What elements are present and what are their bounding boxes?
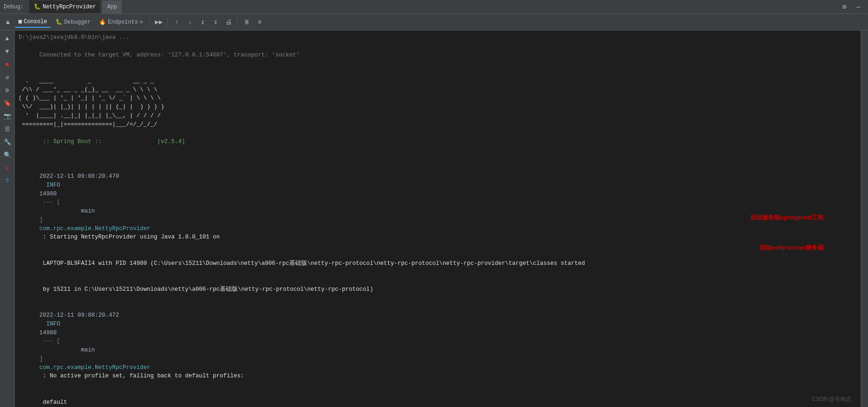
annotation-nettyserver: 启动netty-server服务端	[759, 244, 824, 252]
tab-label-nettyrpcprovider: NettyRpcProvider	[43, 4, 96, 10]
log-line-1-cont2: by 15211 in C:\Users\15211\Downloads\net…	[19, 276, 857, 302]
tab-endpoints[interactable]: 🔥 Endpoints »	[95, 17, 147, 27]
settings-icon[interactable]: ⚙	[838, 1, 850, 13]
left-sidebar: ▲ ▼ ■ ↺ ⚙ 🔖 📷 ☰ 🔧 🔍 ✕ ?	[0, 31, 15, 407]
ascii-3: ( ( )\___ | '_ | '_| | '_ \/ _` | \ \ \ …	[19, 94, 857, 103]
log-line-1: 2022-12-11 09:08:20.470 INFO 14980 --- […	[19, 163, 857, 250]
endpoints-icon: 🔥	[99, 19, 106, 25]
btn-scroll-bottom[interactable]: ↧	[210, 16, 222, 28]
bug-icon: 🐛	[34, 3, 41, 10]
tab-debugger[interactable]: 🐛 Debugger	[52, 17, 95, 27]
sidebar-reload[interactable]: ↺	[1, 71, 13, 83]
toolbar-up-btn[interactable]: ▲	[2, 16, 14, 28]
sidebar-gear[interactable]: ⚙	[1, 84, 13, 96]
btn-rerun[interactable]: ▶▶	[153, 16, 165, 28]
line-java-cmd: D:\java2\javajdk8.0\bin\java ...	[19, 33, 857, 42]
line-blank2	[19, 155, 857, 164]
tab-app[interactable]: App	[102, 0, 122, 13]
title-bar: Debug: 🐛 NettyRpcProvider App ⚙ —	[0, 0, 868, 14]
sidebar-wrench[interactable]: 🔧	[1, 136, 13, 148]
tab-label-app: App	[107, 4, 117, 10]
ascii-7: :: Spring Boot :: (v2.5.4)	[19, 129, 857, 155]
btn-print[interactable]: 🖨	[223, 16, 235, 28]
sep2	[167, 18, 168, 27]
annotation-springboot: 启动服务端springboot工程	[750, 213, 824, 222]
sidebar-stop[interactable]: ■	[1, 58, 13, 70]
console-label: Console	[24, 19, 47, 25]
btn-wrap[interactable]: ≣	[241, 16, 253, 28]
debugger-icon: 🐛	[56, 19, 62, 25]
line-blank1	[19, 68, 857, 77]
sidebar-up[interactable]: ▲	[1, 32, 13, 44]
console-area[interactable]: D:\java2\javajdk8.0\bin\java ... Connect…	[15, 31, 861, 407]
btn-clear[interactable]: ≡	[254, 16, 266, 28]
sep1	[149, 18, 150, 27]
endpoints-label: Endpoints	[108, 19, 138, 25]
sidebar-search[interactable]: 🔍	[1, 149, 13, 161]
debugger-label: Debugger	[64, 19, 91, 25]
tab-console[interactable]: ▦ Console	[15, 16, 51, 28]
btn-scroll-top[interactable]: ↥	[197, 16, 209, 28]
btn-scroll-down[interactable]: ↓	[184, 16, 196, 28]
title-right: ⚙ —	[838, 1, 864, 13]
endpoints-arrow: »	[140, 19, 143, 25]
log-line-2-cont: default	[19, 389, 857, 407]
log-line-2: 2022-12-11 09:08:20.472 INFO 14980 --- […	[19, 302, 857, 389]
tab-nettyrpcprovider[interactable]: 🐛 NettyRpcProvider	[29, 0, 100, 13]
ascii-4: \\/ ___)| |_)| | | | | || (_| | ) ) ) )	[19, 103, 857, 112]
right-sidebar	[861, 31, 868, 407]
sidebar-camera[interactable]: 📷	[1, 110, 13, 122]
ascii-1: . ____ _ __ _ _	[19, 77, 857, 86]
sidebar-bookmark[interactable]: 🔖	[1, 97, 13, 109]
console-icon: ▦	[19, 18, 22, 25]
ascii-5: ' |____| .__|_| |_|_| |_\__, | / / / /	[19, 112, 857, 120]
minimize-icon[interactable]: —	[852, 1, 864, 13]
btn-scroll-up[interactable]: ↑	[171, 16, 183, 28]
sidebar-list[interactable]: ☰	[1, 123, 13, 135]
ascii-2: /\\ / ___'_ __ _ _(_)_ __ __ _ \ \ \ \	[19, 86, 857, 94]
line-connected: Connected to the target VM, address: '12…	[19, 42, 857, 68]
main-layout: ▲ ▼ ■ ↺ ⚙ 🔖 📷 ☰ 🔧 🔍 ✕ ? D:\java2\javajdk…	[0, 31, 868, 407]
sep3	[237, 18, 238, 27]
sidebar-x[interactable]: ✕	[1, 162, 13, 174]
toolbar: ▲ ▦ Console 🐛 Debugger 🔥 Endpoints » ▶▶ …	[0, 14, 868, 31]
watermark: CSDN @毛奇志	[812, 395, 851, 403]
sidebar-question[interactable]: ?	[1, 175, 13, 187]
sidebar-down[interactable]: ▼	[1, 45, 13, 57]
log-line-1-cont: LAPTOP-BL9FAII4 with PID 14980 (C:\Users…	[19, 250, 857, 276]
debug-label: Debug:	[4, 4, 24, 10]
ascii-6: =========|_|==============|___/=/_/_/_/	[19, 120, 857, 129]
